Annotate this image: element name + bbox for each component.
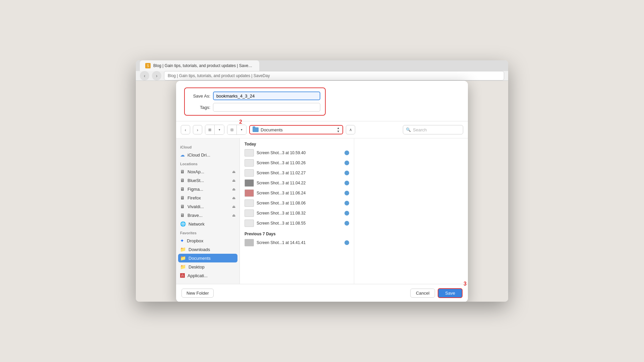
eject-icon-blue[interactable]: ⏏ <box>232 178 235 183</box>
file-list: Today Screen Shot...3 at 10.59.40 Screen… <box>240 138 354 284</box>
applications-label: Applicati... <box>187 273 208 278</box>
network-icon: 🌐 <box>180 221 186 227</box>
network-label: Network <box>189 222 205 227</box>
save-as-input[interactable] <box>213 92 320 100</box>
new-folder-button[interactable]: New Folder <box>181 289 214 298</box>
today-header: Today <box>240 138 354 148</box>
location-dropdown[interactable]: Documents ▲ ▼ <box>249 125 343 134</box>
location-label: Documents <box>261 127 283 132</box>
file-name: Screen Shot...3 at 11.04.22 <box>257 181 342 185</box>
file-thumbnail <box>245 179 254 187</box>
grid-dropdown-button[interactable]: ▾ <box>237 125 246 134</box>
view-toggle-group: ⊞ ▾ <box>205 125 224 135</box>
view-dropdown-button[interactable]: ▾ <box>215 125 224 134</box>
file-tag-dot <box>344 211 349 216</box>
file-item[interactable]: Screen Shot...1 at 14.41.41 <box>240 238 354 248</box>
file-thumbnail <box>245 209 254 217</box>
file-thumbnail <box>245 159 254 167</box>
file-thumbnail <box>245 220 254 227</box>
address-bar[interactable]: Blog | Gain tips, tutorials, and product… <box>164 71 504 80</box>
drive-icon-figma: 🖥 <box>180 186 185 192</box>
save-button[interactable]: Save <box>438 288 463 298</box>
file-name: Screen Shot...3 at 11.08.32 <box>257 211 342 216</box>
browser-tab[interactable]: S Blog | Gain tips, tutorials, and produ… <box>140 60 259 71</box>
dialog-body: iCloud ☁ iCloud Dri... Locations 🖥 NoxAp… <box>176 138 468 284</box>
sidebar-item-applications[interactable]: 🅰 Applicati... <box>176 271 239 280</box>
icloud-icon: ☁ <box>180 152 185 158</box>
address-text: Blog | Gain tips, tutorials, and product… <box>168 73 270 78</box>
collapse-button[interactable]: ∧ <box>346 125 355 134</box>
file-item[interactable]: Screen Shot...3 at 11.02.27 <box>240 168 354 178</box>
file-tag-dot <box>344 181 349 185</box>
file-item[interactable]: Screen Shot...3 at 11.08.06 <box>240 198 354 208</box>
dialog-top: 1 Save As: Tags: <box>176 81 468 121</box>
file-tag-dot <box>344 221 349 226</box>
dialog-footer: New Folder Cancel 3 Save <box>176 284 468 302</box>
drive-icon-blue: 🖥 <box>180 178 185 183</box>
sidebar-item-noxap[interactable]: 🖥 NoxAp... ⏏ <box>176 167 239 176</box>
browser-toolbar: ‹ › Blog | Gain tips, tutorials, and pro… <box>136 71 508 81</box>
icloud-drive-label: iCloud Dri... <box>187 153 210 158</box>
eject-icon-brave[interactable]: ⏏ <box>232 213 235 218</box>
file-item[interactable]: Screen Shot...3 at 11.06.24 <box>240 188 354 198</box>
documents-folder-icon: 📁 <box>180 255 186 261</box>
tab-bar: S Blog | Gain tips, tutorials, and produ… <box>136 60 508 71</box>
file-item[interactable]: Screen Shot...3 at 11.04.22 <box>240 178 354 188</box>
save-as-label: Save As: <box>190 94 213 99</box>
search-icon: 🔍 <box>406 127 411 132</box>
search-placeholder: Search <box>413 127 427 132</box>
vivaldi-label: Vivaldi... <box>187 204 204 209</box>
file-tag-dot <box>344 240 349 245</box>
file-item[interactable]: Screen Shot...3 at 10.59.40 <box>240 148 354 158</box>
sidebar-item-figma[interactable]: 🖥 Figma... ⏏ <box>176 185 239 193</box>
file-thumbnail <box>245 189 254 197</box>
sidebar-item-firefox[interactable]: 🖥 Firefox ⏏ <box>176 193 239 202</box>
forward-button[interactable]: › <box>152 71 161 80</box>
sidebar-item-icloud-drive[interactable]: ☁ iCloud Dri... <box>176 150 239 159</box>
sidebar-item-dropbox[interactable]: ✦ Dropbox <box>176 236 239 245</box>
sidebar-item-vivaldi[interactable]: 🖥 Vivaldi... ⏏ <box>176 202 239 211</box>
sidebar-item-documents[interactable]: 📁 Documents <box>178 254 237 262</box>
downloads-label: Downloads <box>189 247 210 252</box>
eject-icon-figma[interactable]: ⏏ <box>232 187 235 191</box>
save-dialog: 1 Save As: Tags: ‹ › <box>176 81 468 302</box>
tags-input[interactable] <box>213 103 320 112</box>
grid-view-button[interactable]: ⊟ <box>227 125 237 134</box>
firefox-label: Firefox <box>187 195 201 200</box>
file-item[interactable]: Screen Shot...3 at 11.08.32 <box>240 208 354 218</box>
locations-section-label: Locations <box>176 161 239 167</box>
file-name: Screen Shot...3 at 11.08.55 <box>257 221 342 226</box>
sidebar-item-brave[interactable]: 🖥 Brave... ⏏ <box>176 211 239 220</box>
eject-icon-nox[interactable]: ⏏ <box>232 170 235 174</box>
location-folder-icon <box>253 127 259 132</box>
file-name: Screen Shot...3 at 11.00.26 <box>257 161 342 165</box>
eject-icon-firefox[interactable]: ⏏ <box>232 196 235 200</box>
sidebar: iCloud ☁ iCloud Dri... Locations 🖥 NoxAp… <box>176 138 240 284</box>
brave-label: Brave... <box>187 213 203 218</box>
favorites-section-label: Favorites <box>176 230 239 236</box>
file-item[interactable]: Screen Shot...3 at 11.08.55 <box>240 218 354 228</box>
tab-title: Blog | Gain tips, tutorials, and product… <box>153 63 254 68</box>
chevron-down-icon: ▼ <box>337 130 340 133</box>
browser-content: 1 Save As: Tags: ‹ › <box>136 81 508 302</box>
back-nav-button[interactable]: ‹ <box>181 125 190 134</box>
cancel-button[interactable]: Cancel <box>410 289 435 298</box>
desktop-label: Desktop <box>189 264 205 269</box>
back-button[interactable]: ‹ <box>140 71 149 80</box>
search-field[interactable]: 🔍 Search <box>403 125 463 134</box>
drive-icon-vivaldi: 🖥 <box>180 204 185 209</box>
sidebar-item-downloads[interactable]: 📁 Downloads <box>176 245 239 254</box>
sidebar-item-bluest[interactable]: 🖥 BlueSt... ⏏ <box>176 176 239 185</box>
file-thumbnail <box>245 149 254 157</box>
eject-icon-vivaldi[interactable]: ⏏ <box>232 204 235 209</box>
column-view-button[interactable]: ⊞ <box>205 125 215 134</box>
sidebar-item-desktop[interactable]: 📁 Desktop <box>176 262 239 271</box>
sidebar-item-network[interactable]: 🌐 Network <box>176 220 239 228</box>
forward-nav-button[interactable]: › <box>193 125 202 134</box>
file-tag-dot <box>344 161 349 165</box>
tags-label: Tags: <box>190 105 213 110</box>
file-item[interactable]: Screen Shot...3 at 11.00.26 <box>240 158 354 168</box>
save-as-section: Save As: Tags: <box>184 87 326 116</box>
save-button-wrapper: 3 Save <box>438 288 463 298</box>
file-tag-dot <box>344 171 349 175</box>
